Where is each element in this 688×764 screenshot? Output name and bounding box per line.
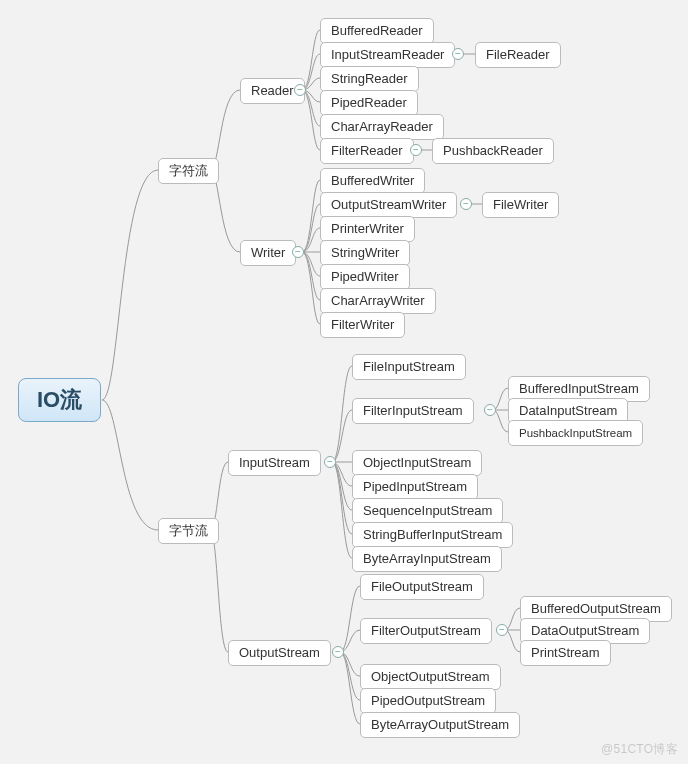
collapse-icon[interactable]: − bbox=[496, 624, 508, 636]
root-node: IO流 bbox=[18, 378, 101, 422]
node-byte-stream: 字节流 bbox=[158, 518, 219, 544]
node-bufferedwriter: BufferedWriter bbox=[320, 168, 425, 194]
node-objectinputstream: ObjectInputStream bbox=[352, 450, 482, 476]
node-filewriter: FileWriter bbox=[482, 192, 559, 218]
collapse-icon[interactable]: − bbox=[294, 84, 306, 96]
collapse-icon[interactable]: − bbox=[292, 246, 304, 258]
collapse-icon[interactable]: − bbox=[324, 456, 336, 468]
node-stringbufferinputstream: StringBufferInputStream bbox=[352, 522, 513, 548]
collapse-icon[interactable]: − bbox=[332, 646, 344, 658]
watermark: @51CTO博客 bbox=[601, 741, 678, 758]
node-printstream: PrintStream bbox=[520, 640, 611, 666]
node-pushbackreader: PushbackReader bbox=[432, 138, 554, 164]
node-filereader: FileReader bbox=[475, 42, 561, 68]
node-bytearrayinputstream: ByteArrayInputStream bbox=[352, 546, 502, 572]
node-inputstreamreader: InputStreamReader bbox=[320, 42, 455, 68]
node-bytearrayoutputstream: ByteArrayOutputStream bbox=[360, 712, 520, 738]
node-chararrayreader: CharArrayReader bbox=[320, 114, 444, 140]
node-pipedoutputstream: PipedOutputStream bbox=[360, 688, 496, 714]
node-sequenceinputstream: SequenceInputStream bbox=[352, 498, 503, 524]
node-outputstream: OutputStream bbox=[228, 640, 331, 666]
node-writer: Writer bbox=[240, 240, 296, 266]
node-inputstream: InputStream bbox=[228, 450, 321, 476]
node-filteroutputstream: FilterOutputStream bbox=[360, 618, 492, 644]
node-stringwriter: StringWriter bbox=[320, 240, 410, 266]
node-fileinputstream: FileInputStream bbox=[352, 354, 466, 380]
node-objectoutputstream: ObjectOutputStream bbox=[360, 664, 501, 690]
node-outputstreamwriter: OutputStreamWriter bbox=[320, 192, 457, 218]
node-pushbackinputstream: PushbackInputStream bbox=[508, 420, 643, 446]
node-filterinputstream: FilterInputStream bbox=[352, 398, 474, 424]
collapse-icon[interactable]: − bbox=[484, 404, 496, 416]
collapse-icon[interactable]: − bbox=[460, 198, 472, 210]
node-filterreader: FilterReader bbox=[320, 138, 414, 164]
node-stringreader: StringReader bbox=[320, 66, 419, 92]
node-char-stream: 字符流 bbox=[158, 158, 219, 184]
node-fileoutputstream: FileOutputStream bbox=[360, 574, 484, 600]
node-pipedinputstream: PipedInputStream bbox=[352, 474, 478, 500]
node-chararraywriter: CharArrayWriter bbox=[320, 288, 436, 314]
node-filterwriter: FilterWriter bbox=[320, 312, 405, 338]
node-bufferedreader: BufferedReader bbox=[320, 18, 434, 44]
collapse-icon[interactable]: − bbox=[452, 48, 464, 60]
node-pipedreader: PipedReader bbox=[320, 90, 418, 116]
node-pipedwriter: PipedWriter bbox=[320, 264, 410, 290]
node-printerwriter: PrinterWriter bbox=[320, 216, 415, 242]
collapse-icon[interactable]: − bbox=[410, 144, 422, 156]
